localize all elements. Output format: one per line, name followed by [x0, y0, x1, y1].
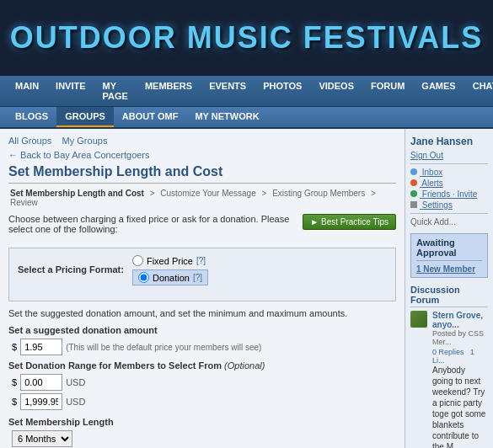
donation-label: Donation [153, 273, 190, 283]
fixed-price-option: Fixed Price [?] [132, 255, 208, 266]
sec-nav-mynetwork[interactable]: MY NETWORK [186, 107, 267, 127]
alerts-link[interactable]: Alerts [410, 179, 488, 188]
dollar-sign-1: $ [12, 342, 17, 352]
profile-name: Jane Hansen [410, 136, 488, 147]
site-header: OUTDOOR MUSIC FESTIVALS [0, 0, 493, 76]
top-links: All Groups My Groups [8, 136, 396, 146]
reply-like: 0 Replies 1 Li... [432, 348, 488, 365]
membership-length-select[interactable]: 1 Month 3 Months 6 Months 1 Year Unlimit… [12, 430, 72, 447]
sign-out-link[interactable]: Sign Out [410, 151, 488, 160]
my-groups-link[interactable]: My Groups [62, 136, 108, 146]
page-title: Set Membership Length and Cost [8, 164, 396, 184]
fixed-price-help[interactable]: [?] [196, 256, 206, 265]
nav-chat[interactable]: CHAT [464, 76, 493, 106]
suggested-donation-label: Set a suggested donation amount [8, 325, 396, 335]
sec-nav-blogs[interactable]: BLOGS [7, 107, 56, 127]
main-navigation: MAIN INVITE MY PAGE MEMBERS EVENTS PHOTO… [0, 76, 493, 107]
replies-count: 0 Replies [432, 348, 464, 356]
suggested-donation-input[interactable] [20, 339, 62, 355]
content-wrapper: All Groups My Groups ← Back to Bay Area … [0, 129, 493, 448]
fixed-price-radio[interactable] [132, 255, 143, 266]
inbox-link[interactable]: Inbox [410, 168, 488, 177]
min-currency: USD [66, 377, 85, 387]
nav-videos[interactable]: VIDEOS [310, 76, 362, 106]
donation-range-label: Set Donation Range for Members to Select… [8, 360, 396, 371]
dollar-sign-2: $ [12, 377, 17, 387]
sidebar-profile: Jane Hansen Sign Out Inbox Alerts Friend… [410, 136, 488, 227]
new-member-link[interactable]: 1 New Member [416, 264, 482, 274]
optional-label: (Optional) [224, 360, 265, 371]
friends-icon [410, 190, 417, 197]
discussion-forum-section: Discussion Forum Stern Grove, anyo... Po… [410, 285, 488, 448]
donation-description: Set the suggested donation amount, and s… [8, 308, 396, 318]
friends-invite-link[interactable]: Friends · Invite [410, 189, 488, 199]
nav-invite[interactable]: INVITE [47, 76, 94, 106]
discussion-post-meta: Posted by CSS Mer... [432, 329, 488, 346]
awaiting-approval-label: Awaiting Approval [416, 237, 482, 258]
discussion-post-title[interactable]: Stern Grove, anyo... [432, 311, 488, 329]
wizard-step-1: Set Membership Length and Cost [10, 189, 144, 198]
donation-help[interactable]: [?] [193, 273, 202, 282]
donation-details: Set the suggested donation amount, and s… [8, 308, 396, 410]
inbox-icon [410, 168, 417, 175]
discussion-avatar [410, 311, 427, 328]
sidebar: Jane Hansen Sign Out Inbox Alerts Friend… [405, 129, 493, 448]
nav-forum[interactable]: FORUM [362, 76, 413, 106]
sec-nav-about[interactable]: ABOUT OMF [114, 107, 187, 127]
min-donation-input[interactable] [20, 374, 62, 391]
membership-length-label: Set Membership Length [8, 417, 396, 427]
discussion-post-content: Stern Grove, anyo... Posted by CSS Mer..… [432, 311, 488, 448]
settings-link[interactable]: Settings [410, 200, 488, 210]
pricing-format-label: Select a Pricing Format: [18, 264, 124, 275]
nav-photos[interactable]: PHOTOS [255, 76, 310, 106]
main-content: All Groups My Groups ← Back to Bay Area … [0, 129, 405, 448]
nav-members[interactable]: MEMBERS [137, 76, 201, 106]
sec-nav-groups[interactable]: GROUPS [56, 107, 114, 127]
wizard-step-4: Review [10, 198, 38, 207]
pricing-section: Select a Pricing Format: Fixed Price [?]… [8, 248, 396, 301]
max-donation-input[interactable] [20, 393, 62, 410]
donation-option: Donation [?] [132, 269, 208, 285]
nav-games[interactable]: GAMES [413, 76, 464, 106]
nav-my-page[interactable]: MY PAGE [94, 76, 137, 106]
secondary-navigation: BLOGS GROUPS ABOUT OMF MY NETWORK [0, 107, 493, 129]
max-currency: USD [66, 397, 85, 407]
discussion-post-text: Anybody going to next weekend? Try a pic… [432, 365, 488, 448]
discussion-forum-header: Discussion Forum [410, 285, 488, 307]
all-groups-link[interactable]: All Groups [8, 136, 51, 146]
donation-radio[interactable] [138, 272, 149, 283]
fixed-price-label: Fixed Price [147, 256, 193, 266]
nav-main[interactable]: MAIN [7, 76, 47, 106]
settings-icon [410, 201, 417, 208]
wizard-steps: Set Membership Length and Cost > Customi… [8, 189, 396, 207]
wizard-step-3: Existing Group Members [272, 189, 365, 198]
suggested-donation-note: (This will be the default price your mem… [66, 343, 261, 352]
dollar-sign-3: $ [12, 397, 17, 407]
back-link[interactable]: ← Back to Bay Area Concertgoers [8, 150, 150, 160]
awaiting-approval-box: Awaiting Approval 1 New Member [410, 233, 488, 278]
quick-add: Quick Add... [410, 217, 488, 227]
best-practice-button[interactable]: ► Best Practice Tips [303, 214, 396, 230]
site-title: OUTDOOR MUSIC FESTIVALS [10, 20, 483, 56]
discussion-post: Stern Grove, anyo... Posted by CSS Mer..… [410, 311, 488, 448]
alerts-icon [410, 179, 417, 186]
wizard-step-2: Customize Your Message [160, 189, 255, 198]
nav-events[interactable]: EVENTS [201, 76, 255, 106]
